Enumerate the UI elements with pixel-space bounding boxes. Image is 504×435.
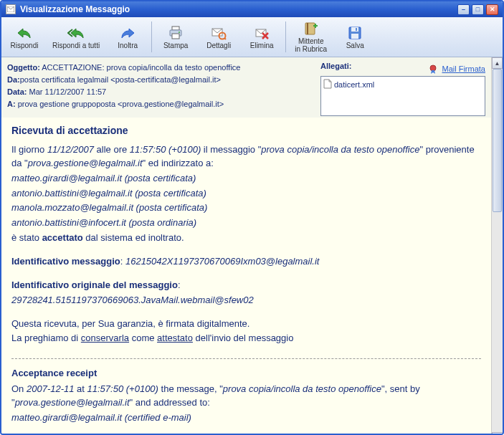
delete-button[interactable]: Elimina [240,19,283,55]
svg-rect-13 [351,34,358,39]
original-id-value: 29728241.5151197370669063.JavaMail.webma… [11,295,254,305]
scroll-up-button[interactable]: ▲ [492,57,503,69]
guarantee-1: Questa ricevuta, per Sua garanzia, è fir… [11,317,481,331]
from-value: posta certificata legalmail <posta-certi… [20,75,221,84]
date-label: Data: [7,87,27,96]
save-icon [346,25,363,41]
original-id-label: Identificativo originale del messaggio [11,279,178,290]
app-icon [6,4,16,14]
svg-rect-10 [307,23,308,34]
delete-icon [253,25,270,41]
addressbook-label-1: Mittente [298,37,324,45]
svg-point-15 [430,65,436,71]
receipt-title: Ricevuta di accettazione [11,125,481,136]
forward-label: Inoltra [118,42,138,49]
svg-rect-12 [351,27,358,32]
save-label: Salva [346,42,364,49]
toolbar-separator [151,21,152,52]
details-button[interactable]: Dettagli [197,19,240,55]
forward-button[interactable]: Inoltra [106,19,149,55]
addressbook-icon [303,21,320,37]
reply-all-label: Rispondi a tutti [52,42,100,49]
reply-icon [16,25,33,41]
reply-button[interactable]: Rispondi [3,19,46,55]
attachment-name: daticert.xml [334,80,374,89]
add-to-addressbook-button[interactable]: Mittente in Rubrica [288,19,333,55]
message-headers: Oggetto: ACCETTAZIONE: prova copia/incol… [1,57,491,118]
reply-all-icon [67,25,85,41]
addressbook-label-2: in Rubrica [295,45,327,53]
scroll-thumb[interactable] [493,69,502,212]
acceptance-en-title: Acceptance receipt [11,368,481,378]
to-label: A: [7,100,16,108]
svg-rect-9 [305,23,315,34]
window-title: Visualizzazione Messaggio [20,4,457,14]
en-recipient-1: matteo.girardi@legalmail.it (certified e… [11,412,191,423]
message-body: Ricevuta di accettazione Il giorno 11/12… [1,118,491,435]
reply-all-button[interactable]: Rispondi a tutti [46,19,106,55]
svg-point-4 [179,32,180,33]
svg-rect-3 [172,34,179,39]
svg-line-7 [224,38,226,39]
toolbar: Rispondi Rispondi a tutti Inoltra Stampa… [1,17,503,57]
close-button[interactable]: ✕ [486,4,498,15]
mail-signed-link[interactable]: Mail Firmata [442,64,485,73]
date-value: Mar 11/12/2007 11:57 [27,87,107,96]
attachment-item[interactable]: daticert.xml [323,79,482,90]
from-label: Da: [7,75,20,84]
forward-icon [119,25,136,41]
toolbar-separator [285,21,286,52]
titlebar: Visualizzazione Messaggio – □ ✕ [1,1,503,17]
recipient-2: antonio.battistini@legalmail.it (posta c… [11,188,206,199]
delete-label: Elimina [250,42,274,49]
divider [11,358,481,359]
recipient-4: antonio.battistini@infocert.it (posta or… [11,217,196,228]
maximize-button[interactable]: □ [472,4,484,15]
message-id-label: Identificativo messaggio [11,256,120,267]
subject-value: ACCETTAZIONE: prova copia/incolla da tes… [40,63,241,72]
to-value: prova gestione gruppoposta <prova.gestio… [16,100,224,108]
svg-rect-1 [172,27,179,30]
svg-rect-14 [356,28,357,31]
attachments-list[interactable]: daticert.xml [320,76,485,116]
file-icon [323,79,332,90]
vertical-scrollbar[interactable]: ▲ ▼ [491,57,503,435]
recipient-1: matteo.girardi@legalmail.it (posta certi… [11,173,196,183]
attachments-label: Allegati: [320,62,351,70]
save-button[interactable]: Salva [333,19,376,55]
reply-label: Rispondi [11,42,39,49]
details-label: Dettagli [206,42,231,49]
scroll-down-button[interactable]: ▼ [492,432,503,435]
rosette-icon [428,64,438,75]
print-button[interactable]: Stampa [154,19,197,55]
minimize-button[interactable]: – [457,4,470,15]
message-id-value: 16215042X1197370670069Ixm03@legalmail.it [125,256,320,267]
print-label: Stampa [163,42,188,49]
window-controls: – □ ✕ [457,4,498,15]
details-icon [210,25,227,41]
recipient-3: manola.mozzato@legalmail.it (posta certi… [11,202,207,213]
subject-label: Oggetto: [7,63,40,72]
print-icon [167,25,184,41]
